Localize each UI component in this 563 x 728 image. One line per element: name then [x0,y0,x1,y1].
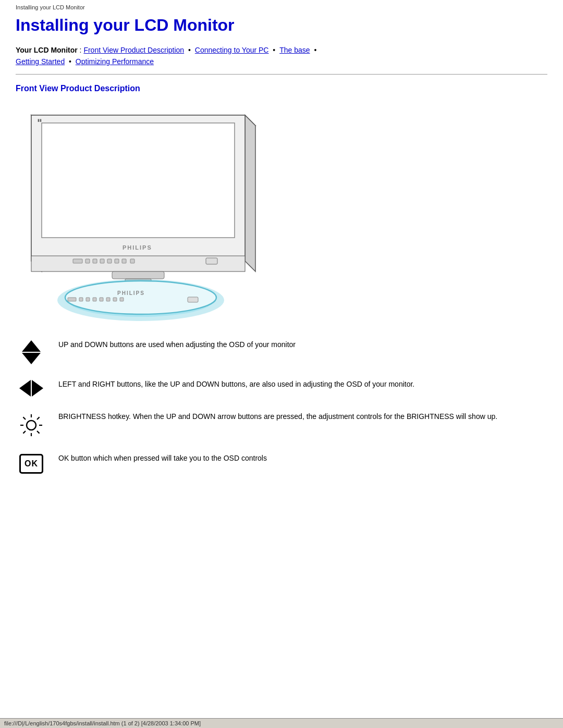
svg-line-37 [37,431,40,434]
updown-text: UP and DOWN buttons are used when adjust… [58,339,547,351]
browser-tab: Installing your LCD Monitor [16,4,547,10]
status-bar: file:///D|/L/english/170s4fgbs/install/i… [0,718,563,728]
nav-link-getting-started[interactable]: Getting Started [16,57,65,66]
feature-leftright: LEFT and RIGHT buttons, like the UP and … [16,379,547,397]
brightness-text: BRIGHTNESS hotkey. When the UP and DOWN … [58,411,547,423]
feature-brightness: BRIGHTNESS hotkey. When the UP and DOWN … [16,411,547,438]
nav-link-optimizing[interactable]: Optimizing Performance [76,57,154,66]
nav-intro-label: Your LCD Monitor [16,46,78,54]
divider [16,74,547,75]
feature-updown: UP and DOWN buttons are used when adjust… [16,339,547,364]
leftright-text: LEFT and RIGHT buttons, like the UP and … [58,379,547,390]
svg-rect-14 [130,259,134,263]
nav-links: Your LCD Monitor : Front View Product De… [16,44,547,68]
svg-rect-30 [188,297,198,302]
nav-link-connecting[interactable]: Connecting to Your PC [195,46,269,54]
svg-rect-22 [68,298,76,301]
svg-rect-23 [79,298,83,301]
svg-rect-27 [106,298,110,301]
nav-link-front-view[interactable]: Front View Product Description [83,46,184,54]
ok-label: OK [19,454,43,474]
feature-ok: OK OK button which when pressed will tak… [16,453,547,474]
updown-icon [16,339,47,364]
svg-rect-25 [93,298,96,301]
page-title: Installing your LCD Monitor [16,16,547,35]
svg-line-39 [23,431,26,434]
svg-point-40 [27,421,36,430]
features-list: UP and DOWN buttons are used when adjust… [16,339,547,474]
svg-text:▮▮: ▮▮ [38,118,42,122]
triangle-right-icon [32,380,43,397]
svg-rect-8 [85,259,90,263]
svg-rect-4 [42,123,235,238]
svg-marker-1 [245,115,255,272]
svg-rect-12 [115,259,119,263]
nav-link-base[interactable]: The base [279,46,310,54]
svg-rect-26 [100,298,103,301]
status-bar-text: file:///D|/L/english/170s4fgbs/install/i… [4,720,201,726]
svg-rect-15 [206,258,217,264]
monitor-illustration: PHILIPS PHILIPS ▮▮ [16,105,266,324]
ok-text: OK button which when pressed will take y… [58,453,547,464]
svg-rect-7 [73,259,82,263]
svg-rect-10 [100,259,104,263]
triangle-up-icon [22,340,41,352]
svg-rect-9 [93,259,97,263]
ok-button-icon: OK [16,453,47,474]
brightness-icon [16,411,47,438]
triangle-left-icon [19,380,31,397]
svg-rect-16 [112,272,164,279]
svg-rect-11 [107,259,112,263]
svg-rect-24 [86,298,90,301]
section-heading: Front View Product Description [16,84,547,93]
svg-text:PHILIPS: PHILIPS [117,290,145,296]
svg-rect-13 [122,259,126,263]
svg-rect-29 [120,298,124,301]
svg-rect-28 [113,298,117,301]
leftright-icon [16,379,47,397]
svg-text:PHILIPS: PHILIPS [123,244,152,251]
svg-line-38 [37,417,40,419]
svg-line-36 [23,417,26,419]
triangle-down-icon [22,353,41,364]
